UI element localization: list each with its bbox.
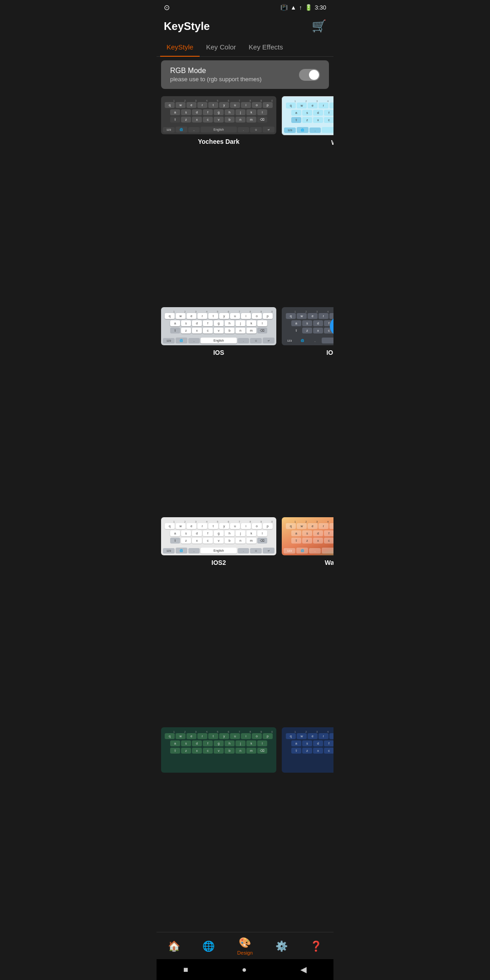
home-icon: 🏠: [168, 941, 180, 952]
nav-item-globe[interactable]: 🌐: [202, 941, 215, 952]
tab-keyeffects[interactable]: Key Effects: [242, 38, 289, 56]
keyboard-grid: 1234567890 qwertyuiop asdfghjkl ⇧zxcvbnm…: [157, 93, 333, 932]
keyboard-label-ios2: IOS2: [211, 559, 226, 566]
status-right: 📳 ▲ ↑ 🔋 3:30: [280, 4, 326, 11]
keyboard-preview-yochees-dark: 1234567890 qwertyuiop asdfghjkl ⇧zxcvbnm…: [161, 96, 276, 134]
keyboard-label-yochees-dark: Yochees Dark: [198, 138, 240, 145]
app-title: KeyStyle: [164, 20, 210, 33]
system-nav: ■ ● ◀: [157, 959, 333, 980]
settings-icon: ⚙️: [275, 941, 288, 952]
rgb-text: RGB Mode please use to (rgb support them…: [170, 67, 262, 83]
keyboard-item-ios2[interactable]: 1234567890 qwertyuiop asdfghjkl ⇧zxcvbnm…: [161, 517, 276, 722]
status-bar: ⊙ 📳 ▲ ↑ 🔋 3:30: [157, 0, 333, 15]
wifi-icon: ▲: [290, 4, 296, 11]
time-display: 3:30: [315, 4, 326, 11]
design-icon: 🎨: [239, 937, 251, 949]
keyboard-preview-ios: 1234567890 qwertyuiop asdfghjkl ⇧zxcvbnm…: [161, 307, 276, 345]
nav-item-settings[interactable]: ⚙️: [275, 941, 288, 952]
rgb-subtitle: please use to (rgb support themes): [170, 76, 262, 83]
rgb-title: RGB Mode: [170, 67, 262, 75]
rgb-toggle[interactable]: [299, 69, 320, 81]
vibrate-icon: 📳: [280, 4, 288, 11]
header: KeyStyle 🛒: [157, 15, 333, 38]
tab-keystyle[interactable]: KeyStyle: [160, 38, 200, 56]
keyboard-item-dark-blue[interactable]: 1234567890 qwertyuiop asdfghjkl ⇧zxcvbnm…: [282, 727, 333, 928]
keyboard-item-white[interactable]: 1234567890 qwertyuiop asdfghjkl ⇧zxcvbnm…: [282, 96, 333, 302]
keyboard-preview-green-leaves: 1234567890 qwertyuiop asdfghjkl ⇧zxcvbnm…: [161, 727, 276, 773]
keyboard-preview-white: 1234567890 qwertyuiop asdfghjkl ⇧zxcvbnm…: [282, 96, 333, 135]
nav-back-button[interactable]: ◀: [300, 965, 307, 975]
keyboard-preview-wallpaper: 1234567890 qwertyuiop asdfghjkl ⇧zxcvbnm…: [282, 517, 333, 555]
keyboard-label-wallpaper: Wallpaper: [325, 559, 333, 566]
tab-bar: KeyStyle Key Color Key Effects: [157, 38, 333, 57]
keyboard-item-green-leaves[interactable]: 1234567890 qwertyuiop asdfghjkl ⇧zxcvbnm…: [161, 727, 276, 928]
keyboard-preview-ios2: 1234567890 qwertyuiop asdfghjkl ⇧zxcvbnm…: [161, 517, 276, 555]
bottom-nav: 🏠 🌐 🎨 Design ⚙️ ❓: [157, 932, 333, 959]
status-left-icon: ⊙: [164, 3, 170, 12]
nav-item-home[interactable]: 🏠: [168, 941, 180, 952]
keyboard-item-ios-dark[interactable]: 1234567890 qwertyuiop asdfghjkl ⇧zxcvbnm…: [282, 307, 333, 512]
help-icon: ❓: [310, 941, 322, 952]
keyboard-preview-ios-dark: 1234567890 qwertyuiop asdfghjkl ⇧zxcvbnm…: [282, 307, 333, 345]
rgb-banner: RGB Mode please use to (rgb support them…: [161, 60, 329, 89]
keyboard-item-ios[interactable]: 1234567890 qwertyuiop asdfghjkl ⇧zxcvbnm…: [161, 307, 276, 512]
nav-square-button[interactable]: ■: [183, 965, 188, 975]
cart-icon[interactable]: 🛒: [312, 19, 326, 33]
keyboard-item-yochees-dark[interactable]: 1234567890 qwertyuiop asdfghjkl ⇧zxcvbnm…: [161, 96, 276, 302]
battery-icon: 🔋: [305, 4, 312, 11]
keyboard-label-white: White: [331, 139, 333, 146]
signal-icon: ↑: [299, 4, 302, 11]
keyboard-item-wallpaper[interactable]: 1234567890 qwertyuiop asdfghjkl ⇧zxcvbnm…: [282, 517, 333, 722]
keyboard-label-ios-dark: IOS Dark: [326, 349, 333, 356]
nav-item-help[interactable]: ❓: [310, 941, 322, 952]
nav-circle-button[interactable]: ●: [242, 965, 247, 975]
nav-label-design: Design: [237, 950, 253, 956]
keyboard-preview-dark-blue: 1234567890 qwertyuiop asdfghjkl ⇧zxcvbnm…: [282, 727, 333, 773]
nav-item-design[interactable]: 🎨 Design: [237, 937, 253, 956]
globe-icon: 🌐: [202, 941, 215, 952]
keyboard-label-ios: IOS: [213, 349, 224, 356]
tab-keycolor[interactable]: Key Color: [200, 38, 242, 56]
